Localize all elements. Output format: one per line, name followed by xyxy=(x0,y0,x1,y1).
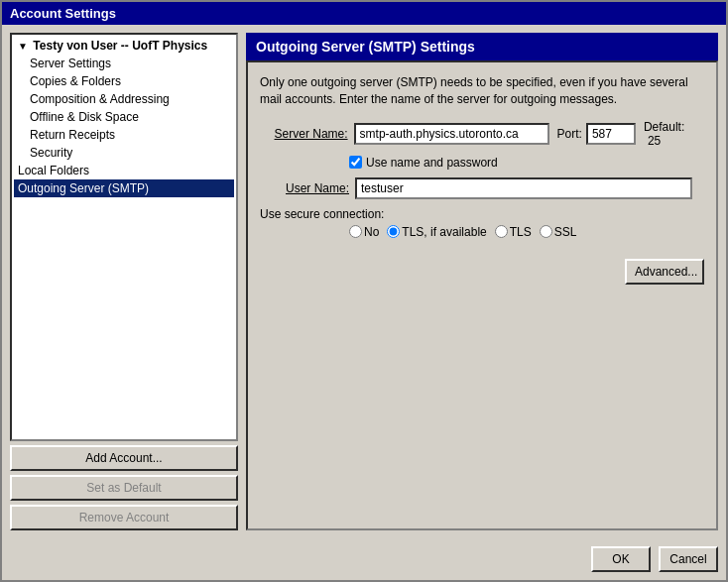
advanced-row: Advanced... xyxy=(260,259,704,285)
set-default-button[interactable]: Set as Default xyxy=(10,475,238,501)
radio-ssl[interactable]: SSL xyxy=(540,225,577,239)
account-settings-dialog: Account Settings ▼ Testy von User -- Uof… xyxy=(0,0,728,582)
ok-button[interactable]: OK xyxy=(591,546,651,572)
radio-tls-input[interactable] xyxy=(495,225,508,238)
user-name-row: User Name: xyxy=(260,177,704,199)
dialog-title: Account Settings xyxy=(2,2,726,25)
dialog-body: ▼ Testy von User -- UofT Physics Server … xyxy=(2,25,726,538)
use-name-password-label: Use name and password xyxy=(366,156,498,170)
tree-item-return-receipts[interactable]: Return Receipts xyxy=(14,126,234,144)
add-account-button[interactable]: Add Account... xyxy=(10,445,238,471)
account-tree[interactable]: ▼ Testy von User -- UofT Physics Server … xyxy=(10,33,238,441)
tree-item-server-settings[interactable]: Server Settings xyxy=(14,55,234,72)
radio-no-input[interactable] xyxy=(349,225,362,238)
right-panel: Outgoing Server (SMTP) Settings Only one… xyxy=(246,33,718,530)
user-name-label: User Name: xyxy=(260,181,349,195)
server-name-row: Server Name: Port: Default: 25 xyxy=(260,120,704,148)
radio-tls[interactable]: TLS xyxy=(495,225,532,239)
use-name-password-row: Use name and password xyxy=(260,156,704,170)
tree-item-composition[interactable]: Composition & Addressing xyxy=(14,90,234,108)
radio-ssl-input[interactable] xyxy=(540,225,552,238)
bottom-bar: OK Cancel xyxy=(2,538,726,580)
server-name-input[interactable] xyxy=(354,123,549,145)
panel-content: Only one outgoing server (SMTP) needs to… xyxy=(246,60,718,530)
use-name-password-checkbox[interactable] xyxy=(349,156,362,169)
tree-item-offline[interactable]: Offline & Disk Space xyxy=(14,108,234,126)
port-input[interactable] xyxy=(586,123,636,145)
account-buttons: Add Account... Set as Default Remove Acc… xyxy=(10,445,238,530)
collapse-icon: ▼ xyxy=(18,41,28,52)
tree-item-local-folders[interactable]: Local Folders xyxy=(14,162,234,179)
tree-item-root[interactable]: ▼ Testy von User -- UofT Physics xyxy=(14,37,234,55)
panel-header: Outgoing Server (SMTP) Settings xyxy=(246,33,718,60)
remove-account-button[interactable]: Remove Account xyxy=(10,505,238,530)
radio-options-row: No TLS, if available TLS SSL xyxy=(260,225,704,239)
advanced-button[interactable]: Advanced... xyxy=(625,259,704,285)
secure-connection-label: Use secure connection: xyxy=(260,207,704,221)
radio-tls-available[interactable]: TLS, if available xyxy=(387,225,486,239)
cancel-button[interactable]: Cancel xyxy=(659,546,718,572)
tree-item-copies-folders[interactable]: Copies & Folders xyxy=(14,72,234,90)
server-name-label: Server Name: xyxy=(260,127,348,141)
radio-tls-available-input[interactable] xyxy=(387,225,400,238)
tree-item-outgoing-smtp[interactable]: Outgoing Server (SMTP) xyxy=(14,179,234,197)
user-name-input[interactable] xyxy=(355,177,692,199)
radio-no[interactable]: No xyxy=(349,225,379,239)
default-label: Default: 25 xyxy=(644,120,704,148)
port-label: Port: xyxy=(557,127,582,141)
tree-item-security[interactable]: Security xyxy=(14,144,234,162)
left-panel: ▼ Testy von User -- UofT Physics Server … xyxy=(10,33,238,530)
description-text: Only one outgoing server (SMTP) needs to… xyxy=(260,74,704,108)
secure-connection-section: Use secure connection: No TLS, if availa… xyxy=(260,207,704,239)
